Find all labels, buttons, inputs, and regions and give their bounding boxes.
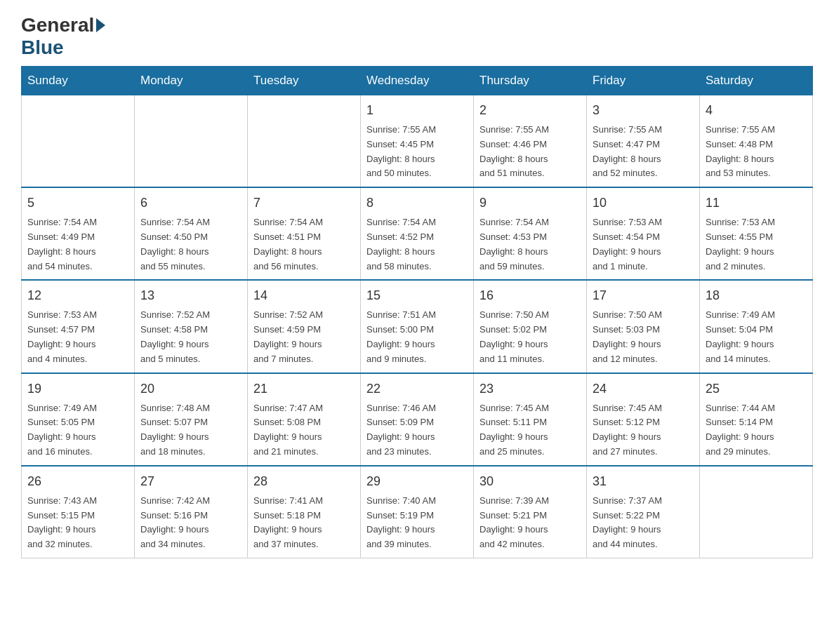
weekday-header-sunday: Sunday	[22, 67, 135, 95]
day-number: 20	[140, 380, 241, 398]
calendar-cell: 13Sunrise: 7:52 AM Sunset: 4:58 PM Dayli…	[135, 280, 248, 373]
weekday-header-friday: Friday	[587, 67, 700, 95]
calendar-cell: 31Sunrise: 7:37 AM Sunset: 5:22 PM Dayli…	[587, 466, 700, 558]
calendar-cell: 12Sunrise: 7:53 AM Sunset: 4:57 PM Dayli…	[22, 280, 135, 373]
calendar-cell: 25Sunrise: 7:44 AM Sunset: 5:14 PM Dayli…	[700, 373, 813, 466]
day-number: 3	[593, 101, 694, 120]
calendar-cell: 17Sunrise: 7:50 AM Sunset: 5:03 PM Dayli…	[587, 280, 700, 373]
week-row-3: 12Sunrise: 7:53 AM Sunset: 4:57 PM Dayli…	[22, 280, 813, 373]
day-info: Sunrise: 7:52 AM Sunset: 4:59 PM Dayligh…	[253, 308, 355, 366]
calendar-table: SundayMondayTuesdayWednesdayThursdayFrid…	[21, 66, 813, 558]
calendar-cell	[22, 95, 135, 188]
calendar-cell: 1Sunrise: 7:55 AM Sunset: 4:45 PM Daylig…	[361, 95, 474, 188]
weekday-header-row: SundayMondayTuesdayWednesdayThursdayFrid…	[22, 67, 813, 95]
day-info: Sunrise: 7:40 AM Sunset: 5:19 PM Dayligh…	[366, 494, 468, 552]
weekday-header-monday: Monday	[135, 67, 248, 95]
calendar-cell: 5Sunrise: 7:54 AM Sunset: 4:49 PM Daylig…	[22, 187, 135, 280]
calendar-cell: 3Sunrise: 7:55 AM Sunset: 4:47 PM Daylig…	[587, 95, 700, 188]
day-number: 6	[140, 194, 241, 213]
weekday-header-thursday: Thursday	[474, 67, 587, 95]
calendar-cell: 15Sunrise: 7:51 AM Sunset: 5:00 PM Dayli…	[361, 280, 474, 373]
day-info: Sunrise: 7:45 AM Sunset: 5:11 PM Dayligh…	[479, 401, 581, 459]
calendar-cell: 24Sunrise: 7:45 AM Sunset: 5:12 PM Dayli…	[587, 373, 700, 466]
day-info: Sunrise: 7:55 AM Sunset: 4:48 PM Dayligh…	[706, 123, 807, 181]
calendar-cell: 2Sunrise: 7:55 AM Sunset: 4:46 PM Daylig…	[474, 95, 587, 188]
day-number: 4	[706, 101, 807, 120]
calendar-cell: 19Sunrise: 7:49 AM Sunset: 5:05 PM Dayli…	[22, 373, 135, 466]
day-info: Sunrise: 7:55 AM Sunset: 4:47 PM Dayligh…	[593, 123, 694, 181]
calendar-cell: 8Sunrise: 7:54 AM Sunset: 4:52 PM Daylig…	[361, 187, 474, 280]
day-info: Sunrise: 7:50 AM Sunset: 5:03 PM Dayligh…	[593, 308, 694, 366]
day-info: Sunrise: 7:53 AM Sunset: 4:57 PM Dayligh…	[27, 308, 128, 366]
day-info: Sunrise: 7:47 AM Sunset: 5:08 PM Dayligh…	[253, 401, 355, 459]
calendar-cell: 21Sunrise: 7:47 AM Sunset: 5:08 PM Dayli…	[248, 373, 361, 466]
day-number: 29	[366, 472, 468, 491]
day-info: Sunrise: 7:53 AM Sunset: 4:54 PM Dayligh…	[593, 215, 694, 274]
day-info: Sunrise: 7:42 AM Sunset: 5:16 PM Dayligh…	[140, 494, 241, 552]
calendar-cell: 22Sunrise: 7:46 AM Sunset: 5:09 PM Dayli…	[361, 373, 474, 466]
day-info: Sunrise: 7:52 AM Sunset: 4:58 PM Dayligh…	[140, 308, 241, 366]
logo: General Blue	[21, 14, 107, 59]
day-number: 5	[27, 194, 128, 213]
day-number: 22	[366, 380, 468, 398]
weekday-header-wednesday: Wednesday	[361, 67, 474, 95]
day-info: Sunrise: 7:54 AM Sunset: 4:49 PM Dayligh…	[27, 215, 128, 274]
day-number: 1	[366, 101, 468, 120]
calendar-cell: 18Sunrise: 7:49 AM Sunset: 5:04 PM Dayli…	[700, 280, 813, 373]
calendar-cell: 30Sunrise: 7:39 AM Sunset: 5:21 PM Dayli…	[474, 466, 587, 558]
day-number: 27	[140, 472, 241, 491]
calendar-cell	[700, 466, 813, 558]
day-info: Sunrise: 7:50 AM Sunset: 5:02 PM Dayligh…	[479, 308, 581, 366]
weekday-header-saturday: Saturday	[700, 67, 813, 95]
day-info: Sunrise: 7:53 AM Sunset: 4:55 PM Dayligh…	[706, 215, 807, 274]
day-info: Sunrise: 7:55 AM Sunset: 4:45 PM Dayligh…	[366, 123, 468, 181]
calendar-cell	[135, 95, 248, 188]
calendar-cell: 10Sunrise: 7:53 AM Sunset: 4:54 PM Dayli…	[587, 187, 700, 280]
week-row-4: 19Sunrise: 7:49 AM Sunset: 5:05 PM Dayli…	[22, 373, 813, 466]
calendar-cell: 9Sunrise: 7:54 AM Sunset: 4:53 PM Daylig…	[474, 187, 587, 280]
calendar-cell: 20Sunrise: 7:48 AM Sunset: 5:07 PM Dayli…	[135, 373, 248, 466]
weekday-header-tuesday: Tuesday	[248, 67, 361, 95]
calendar-cell: 6Sunrise: 7:54 AM Sunset: 4:50 PM Daylig…	[135, 187, 248, 280]
day-number: 14	[253, 286, 355, 305]
day-number: 30	[479, 472, 581, 491]
day-number: 23	[479, 380, 581, 398]
day-number: 16	[479, 286, 581, 305]
day-number: 9	[479, 194, 581, 213]
day-info: Sunrise: 7:54 AM Sunset: 4:53 PM Dayligh…	[479, 215, 581, 274]
logo-triangle-icon	[96, 18, 105, 32]
day-number: 25	[706, 380, 807, 398]
day-number: 31	[593, 472, 694, 491]
day-info: Sunrise: 7:54 AM Sunset: 4:52 PM Dayligh…	[366, 215, 468, 274]
day-info: Sunrise: 7:43 AM Sunset: 5:15 PM Dayligh…	[27, 494, 128, 552]
day-info: Sunrise: 7:48 AM Sunset: 5:07 PM Dayligh…	[140, 401, 241, 459]
day-info: Sunrise: 7:45 AM Sunset: 5:12 PM Dayligh…	[593, 401, 694, 459]
day-number: 8	[366, 194, 468, 213]
day-number: 24	[593, 380, 694, 398]
calendar-cell: 16Sunrise: 7:50 AM Sunset: 5:02 PM Dayli…	[474, 280, 587, 373]
day-number: 12	[27, 286, 128, 305]
day-info: Sunrise: 7:54 AM Sunset: 4:50 PM Dayligh…	[140, 215, 241, 274]
calendar-cell: 27Sunrise: 7:42 AM Sunset: 5:16 PM Dayli…	[135, 466, 248, 558]
day-number: 10	[593, 194, 694, 213]
logo-blue: Blue	[21, 36, 64, 58]
day-number: 13	[140, 286, 241, 305]
day-number: 21	[253, 380, 355, 398]
day-number: 19	[27, 380, 128, 398]
week-row-2: 5Sunrise: 7:54 AM Sunset: 4:49 PM Daylig…	[22, 187, 813, 280]
week-row-5: 26Sunrise: 7:43 AM Sunset: 5:15 PM Dayli…	[22, 466, 813, 558]
logo-general: General	[21, 14, 94, 36]
calendar-cell: 26Sunrise: 7:43 AM Sunset: 5:15 PM Dayli…	[22, 466, 135, 558]
day-info: Sunrise: 7:39 AM Sunset: 5:21 PM Dayligh…	[479, 494, 581, 552]
calendar-cell: 11Sunrise: 7:53 AM Sunset: 4:55 PM Dayli…	[700, 187, 813, 280]
week-row-1: 1Sunrise: 7:55 AM Sunset: 4:45 PM Daylig…	[22, 95, 813, 188]
day-info: Sunrise: 7:55 AM Sunset: 4:46 PM Dayligh…	[479, 123, 581, 181]
calendar-cell: 14Sunrise: 7:52 AM Sunset: 4:59 PM Dayli…	[248, 280, 361, 373]
calendar-cell: 23Sunrise: 7:45 AM Sunset: 5:11 PM Dayli…	[474, 373, 587, 466]
day-info: Sunrise: 7:44 AM Sunset: 5:14 PM Dayligh…	[706, 401, 807, 459]
calendar-cell	[248, 95, 361, 188]
day-number: 11	[706, 194, 807, 213]
day-info: Sunrise: 7:49 AM Sunset: 5:05 PM Dayligh…	[27, 401, 128, 459]
day-number: 15	[366, 286, 468, 305]
day-info: Sunrise: 7:51 AM Sunset: 5:00 PM Dayligh…	[366, 308, 468, 366]
